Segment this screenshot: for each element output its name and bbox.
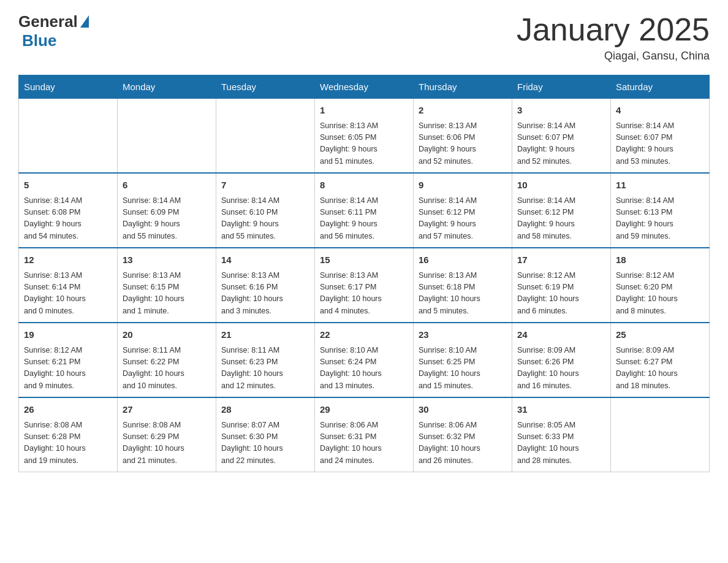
day-number: 22 [320,328,408,342]
day-info: Sunrise: 8:08 AMSunset: 6:29 PMDaylight:… [123,419,211,467]
day-info: Sunrise: 8:08 AMSunset: 6:28 PMDaylight:… [24,419,112,467]
day-number: 15 [320,253,408,267]
calendar-cell: 27Sunrise: 8:08 AMSunset: 6:29 PMDayligh… [118,397,216,472]
calendar-cell: 21Sunrise: 8:11 AMSunset: 6:23 PMDayligh… [216,323,315,397]
day-number: 28 [221,403,309,417]
day-number: 4 [616,104,704,118]
page-header: General Blue January 2025 Qiagai, Gansu,… [18,12,710,63]
day-number: 9 [419,178,507,193]
calendar-day-header: Thursday [414,75,512,99]
day-number: 6 [123,178,211,193]
calendar-cell: 31Sunrise: 8:05 AMSunset: 6:33 PMDayligh… [512,397,611,472]
calendar-table: SundayMondayTuesdayWednesdayThursdayFrid… [18,75,710,472]
calendar-cell: 20Sunrise: 8:11 AMSunset: 6:22 PMDayligh… [118,323,216,397]
calendar-cell: 16Sunrise: 8:13 AMSunset: 6:18 PMDayligh… [414,248,512,323]
calendar-day-header: Saturday [611,75,710,99]
day-info: Sunrise: 8:06 AMSunset: 6:31 PMDaylight:… [320,419,408,467]
calendar-cell: 6Sunrise: 8:14 AMSunset: 6:09 PMDaylight… [118,173,216,248]
day-info: Sunrise: 8:06 AMSunset: 6:32 PMDaylight:… [419,419,507,467]
day-info: Sunrise: 8:14 AMSunset: 6:12 PMDaylight:… [419,195,507,243]
calendar-week-row: 12Sunrise: 8:13 AMSunset: 6:14 PMDayligh… [19,248,710,323]
location: Qiagai, Gansu, China [517,50,710,63]
logo-triangle-icon [80,15,89,28]
day-info: Sunrise: 8:14 AMSunset: 6:07 PMDaylight:… [517,120,605,168]
calendar-cell: 18Sunrise: 8:12 AMSunset: 6:20 PMDayligh… [611,248,710,323]
calendar-cell: 30Sunrise: 8:06 AMSunset: 6:32 PMDayligh… [414,397,512,472]
day-number: 24 [517,328,605,342]
calendar-day-header: Sunday [19,75,118,99]
day-info: Sunrise: 8:05 AMSunset: 6:33 PMDaylight:… [517,419,605,467]
calendar-cell: 4Sunrise: 8:14 AMSunset: 6:07 PMDaylight… [611,99,710,174]
day-number: 8 [320,178,408,193]
calendar-cell: 28Sunrise: 8:07 AMSunset: 6:30 PMDayligh… [216,397,315,472]
month-title: January 2025 [517,12,710,47]
day-number: 12 [24,253,112,267]
day-info: Sunrise: 8:09 AMSunset: 6:26 PMDaylight:… [517,345,605,393]
day-number: 1 [320,104,408,118]
calendar-cell [611,397,710,472]
day-info: Sunrise: 8:14 AMSunset: 6:09 PMDaylight:… [123,195,211,243]
calendar-cell [118,99,216,174]
calendar-cell: 24Sunrise: 8:09 AMSunset: 6:26 PMDayligh… [512,323,611,397]
calendar-cell: 9Sunrise: 8:14 AMSunset: 6:12 PMDaylight… [414,173,512,248]
calendar-cell: 19Sunrise: 8:12 AMSunset: 6:21 PMDayligh… [19,323,118,397]
day-number: 23 [419,328,507,342]
calendar-cell: 5Sunrise: 8:14 AMSunset: 6:08 PMDaylight… [19,173,118,248]
day-info: Sunrise: 8:13 AMSunset: 6:17 PMDaylight:… [320,270,408,318]
calendar-header-row: SundayMondayTuesdayWednesdayThursdayFrid… [19,75,710,99]
day-info: Sunrise: 8:14 AMSunset: 6:10 PMDaylight:… [221,195,309,243]
day-info: Sunrise: 8:14 AMSunset: 6:08 PMDaylight:… [24,195,112,243]
calendar-cell: 13Sunrise: 8:13 AMSunset: 6:15 PMDayligh… [118,248,216,323]
calendar-cell: 22Sunrise: 8:10 AMSunset: 6:24 PMDayligh… [315,323,414,397]
day-number: 14 [221,253,309,267]
calendar-cell: 15Sunrise: 8:13 AMSunset: 6:17 PMDayligh… [315,248,414,323]
logo: General Blue [18,12,89,50]
day-info: Sunrise: 8:14 AMSunset: 6:12 PMDaylight:… [517,195,605,243]
day-info: Sunrise: 8:14 AMSunset: 6:13 PMDaylight:… [616,195,704,243]
day-info: Sunrise: 8:12 AMSunset: 6:21 PMDaylight:… [24,345,112,393]
day-info: Sunrise: 8:13 AMSunset: 6:15 PMDaylight:… [123,270,211,318]
day-info: Sunrise: 8:13 AMSunset: 6:14 PMDaylight:… [24,270,112,318]
day-number: 26 [24,403,112,417]
calendar-cell: 7Sunrise: 8:14 AMSunset: 6:10 PMDaylight… [216,173,315,248]
day-number: 17 [517,253,605,267]
day-info: Sunrise: 8:10 AMSunset: 6:24 PMDaylight:… [320,345,408,393]
calendar-cell: 10Sunrise: 8:14 AMSunset: 6:12 PMDayligh… [512,173,611,248]
calendar-cell: 23Sunrise: 8:10 AMSunset: 6:25 PMDayligh… [414,323,512,397]
calendar-cell: 12Sunrise: 8:13 AMSunset: 6:14 PMDayligh… [19,248,118,323]
day-number: 3 [517,104,605,118]
day-number: 13 [123,253,211,267]
day-number: 16 [419,253,507,267]
calendar-day-header: Friday [512,75,611,99]
calendar-cell: 25Sunrise: 8:09 AMSunset: 6:27 PMDayligh… [611,323,710,397]
day-info: Sunrise: 8:07 AMSunset: 6:30 PMDaylight:… [221,419,309,467]
day-number: 29 [320,403,408,417]
day-info: Sunrise: 8:12 AMSunset: 6:20 PMDaylight:… [616,270,704,318]
calendar-day-header: Tuesday [216,75,315,99]
day-number: 31 [517,403,605,417]
calendar-week-row: 26Sunrise: 8:08 AMSunset: 6:28 PMDayligh… [19,397,710,472]
day-number: 27 [123,403,211,417]
day-number: 18 [616,253,704,267]
calendar-cell: 3Sunrise: 8:14 AMSunset: 6:07 PMDaylight… [512,99,611,174]
calendar-day-header: Monday [118,75,216,99]
day-info: Sunrise: 8:13 AMSunset: 6:18 PMDaylight:… [419,270,507,318]
day-number: 10 [517,178,605,193]
day-number: 2 [419,104,507,118]
day-info: Sunrise: 8:11 AMSunset: 6:22 PMDaylight:… [123,345,211,393]
day-info: Sunrise: 8:11 AMSunset: 6:23 PMDaylight:… [221,345,309,393]
calendar-cell [216,99,315,174]
logo-general-text: General [18,12,78,31]
calendar-cell: 26Sunrise: 8:08 AMSunset: 6:28 PMDayligh… [19,397,118,472]
day-number: 20 [123,328,211,342]
day-number: 19 [24,328,112,342]
day-info: Sunrise: 8:14 AMSunset: 6:11 PMDaylight:… [320,195,408,243]
day-info: Sunrise: 8:12 AMSunset: 6:19 PMDaylight:… [517,270,605,318]
day-number: 25 [616,328,704,342]
calendar-cell: 17Sunrise: 8:12 AMSunset: 6:19 PMDayligh… [512,248,611,323]
calendar-cell: 8Sunrise: 8:14 AMSunset: 6:11 PMDaylight… [315,173,414,248]
day-info: Sunrise: 8:13 AMSunset: 6:16 PMDaylight:… [221,270,309,318]
calendar-cell: 14Sunrise: 8:13 AMSunset: 6:16 PMDayligh… [216,248,315,323]
day-number: 5 [24,178,112,193]
calendar-week-row: 1Sunrise: 8:13 AMSunset: 6:05 PMDaylight… [19,99,710,174]
